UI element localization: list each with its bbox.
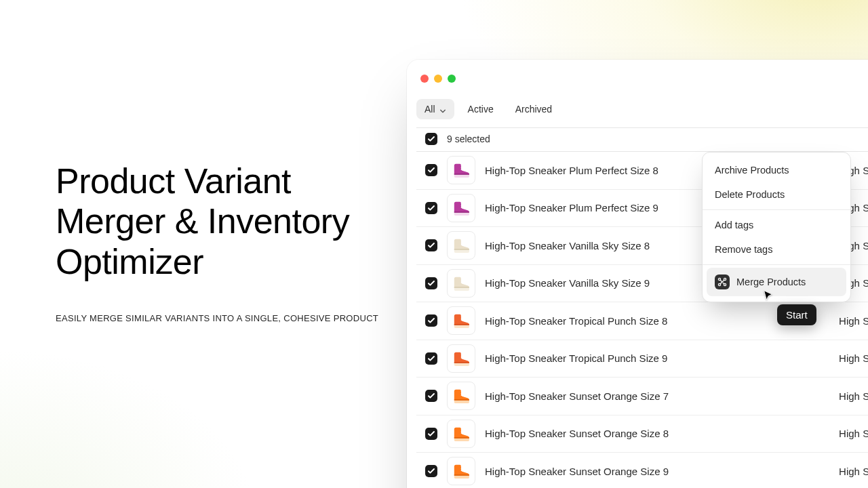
table-row[interactable]: High-Top Sneaker Sunset Orange Size 8 Hi… (416, 415, 868, 453)
product-category: High Sneaker (839, 315, 868, 327)
table-row[interactable]: High-Top Sneaker Sunset Orange Size 9 Hi… (416, 453, 868, 488)
product-category: High Sneaker (839, 428, 868, 439)
product-name: High-Top Sneaker Sunset Orange Size 8 (485, 428, 669, 439)
product-name: High-Top Sneaker Sunset Orange Size 7 (485, 390, 669, 402)
product-name: High-Top Sneaker Vanilla Sky Size 9 (485, 277, 650, 289)
filter-archived[interactable]: Archived (507, 99, 560, 119)
product-name: High-Top Sneaker Plum Perfect Size 8 (485, 165, 658, 176)
filter-bar: All Active Archived (416, 99, 868, 128)
row-checkbox[interactable] (425, 352, 437, 365)
selection-summary-row: 9 selected (416, 126, 868, 152)
table-row[interactable]: High-Top Sneaker Tropical Punch Size 9 H… (416, 340, 868, 378)
subhead: EASILY MERGE SIMILAR VARIANTS INTO A SIN… (56, 313, 381, 323)
menu-divider (703, 264, 850, 265)
product-name: High-Top Sneaker Tropical Punch Size 8 (485, 315, 667, 327)
product-category: High Sneaker (839, 352, 868, 364)
tooltip-start: Start (777, 304, 816, 325)
filter-all[interactable]: All (416, 99, 454, 119)
menu-divider (703, 209, 850, 210)
filter-all-label: All (425, 104, 435, 115)
filter-active-label: Active (468, 104, 494, 115)
product-thumbnail (447, 457, 475, 485)
product-thumbnail (447, 306, 475, 335)
menu-add-tags[interactable]: Add tags (707, 213, 846, 237)
app-window: All Active Archived 9 selected High-Top (407, 60, 868, 488)
menu-delete-label: Delete Products (715, 189, 785, 200)
selection-count: 9 selected (447, 134, 490, 144)
row-checkbox[interactable] (425, 164, 437, 176)
product-category: High Sneaker (839, 466, 868, 477)
menu-remove-tags-label: Remove tags (715, 244, 772, 255)
product-name: High-Top Sneaker Tropical Punch Size 9 (485, 352, 667, 364)
row-checkbox[interactable] (425, 202, 437, 214)
filter-active[interactable]: Active (460, 99, 502, 119)
menu-delete-products[interactable]: Delete Products (707, 182, 846, 207)
product-thumbnail (447, 231, 475, 260)
product-name: High-Top Sneaker Plum Perfect Size 9 (485, 202, 658, 214)
row-checkbox[interactable] (425, 428, 437, 440)
menu-archive-label: Archive Products (715, 165, 789, 176)
product-category: High Sneaker (839, 390, 868, 402)
product-thumbnail (447, 420, 475, 448)
row-checkbox[interactable] (425, 314, 437, 327)
window-controls (420, 75, 456, 83)
product-thumbnail (447, 194, 475, 222)
product-thumbnail (447, 382, 475, 410)
row-checkbox[interactable] (425, 390, 437, 402)
product-thumbnail (447, 344, 475, 373)
menu-remove-tags[interactable]: Remove tags (707, 237, 846, 262)
row-checkbox[interactable] (425, 239, 437, 251)
marketing-block: Product Variant Merger & Inventory Optim… (56, 161, 381, 323)
menu-merge-label: Merge Products (736, 277, 806, 287)
table-row[interactable]: High-Top Sneaker Sunset Orange Size 7 Hi… (416, 378, 868, 415)
chevron-down-icon (439, 106, 446, 113)
product-thumbnail (447, 269, 475, 298)
zoom-window-button[interactable] (448, 75, 456, 83)
row-checkbox[interactable] (425, 465, 437, 477)
merge-icon (715, 274, 730, 289)
minimize-window-button[interactable] (434, 75, 442, 83)
filter-archived-label: Archived (515, 104, 552, 115)
headline: Product Variant Merger & Inventory Optim… (56, 161, 381, 282)
select-all-checkbox[interactable] (425, 133, 437, 145)
product-name: High-Top Sneaker Sunset Orange Size 9 (485, 466, 669, 477)
menu-archive-products[interactable]: Archive Products (707, 158, 846, 182)
menu-merge-products[interactable]: Merge Products (707, 268, 846, 296)
product-thumbnail (447, 156, 475, 184)
product-name: High-Top Sneaker Vanilla Sky Size 8 (485, 240, 650, 251)
menu-add-tags-label: Add tags (715, 220, 753, 230)
row-checkbox[interactable] (425, 277, 437, 289)
close-window-button[interactable] (420, 75, 429, 83)
context-menu: Archive Products Delete Products Add tag… (702, 152, 851, 302)
